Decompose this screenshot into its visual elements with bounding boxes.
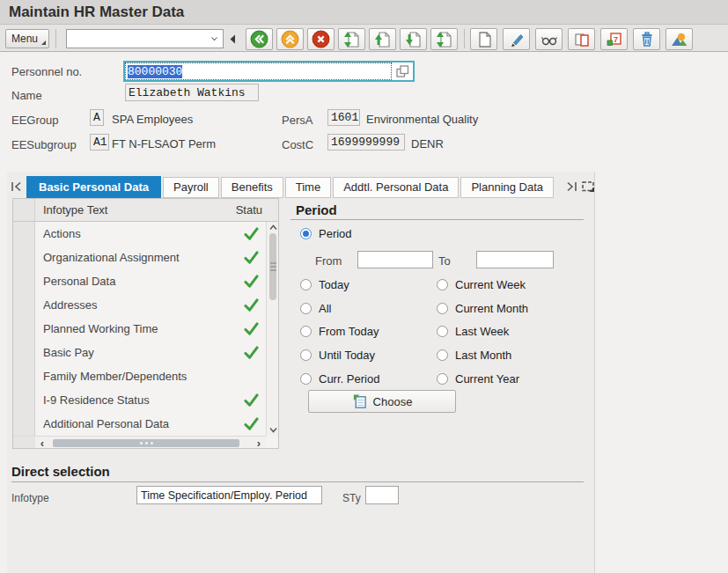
horizontal-scrollbar[interactable]: ‹ › (35, 436, 266, 448)
command-field[interactable] (66, 29, 224, 48)
next-page-button[interactable] (400, 28, 427, 50)
change-button[interactable] (503, 28, 530, 50)
radio-circle[interactable] (300, 303, 312, 314)
cancel-button[interactable] (307, 28, 335, 50)
copy-button[interactable] (568, 28, 595, 50)
table-row-additional-personal-data[interactable]: Additional Personal Data (13, 412, 266, 436)
create-button[interactable] (470, 28, 497, 50)
last-page-button[interactable] (430, 28, 458, 50)
overview-button[interactable] (665, 28, 693, 50)
eesubgroup-text: FT N-FLSAOT Perm (112, 137, 216, 151)
delimit-button[interactable]: 7 (600, 28, 628, 50)
back-button[interactable] (246, 28, 273, 50)
table-row-organizational-assignment[interactable]: Organizational Assignment (13, 246, 266, 269)
table-row-i9-residence-status[interactable]: I-9 Residence Status (13, 388, 266, 412)
infotype-input[interactable] (136, 486, 322, 504)
radio-period[interactable]: Period (300, 227, 352, 240)
radio-circle[interactable] (437, 349, 448, 361)
exit-button[interactable] (276, 28, 304, 50)
radio-current-year[interactable]: Current Year (437, 372, 519, 386)
period-section-title: Period (296, 202, 337, 217)
costc-label: CostC (282, 138, 313, 151)
overview-landscape-icon (671, 31, 688, 48)
display-button[interactable] (535, 28, 563, 50)
radio-circle[interactable] (300, 349, 312, 361)
scroll-left-arrow[interactable]: ‹ (35, 437, 49, 449)
row-label: I-9 Residence Status (43, 393, 150, 407)
personnel-no-field[interactable]: 80000030 (123, 61, 415, 82)
first-page-button[interactable] (338, 28, 365, 50)
status-check-icon (244, 346, 259, 359)
radio-circle[interactable] (300, 326, 312, 337)
collapse-toolbar-icon[interactable] (230, 34, 236, 44)
vertical-scrollbar-thumb[interactable] (269, 233, 276, 300)
radio-label: Today (319, 278, 349, 291)
scroll-first-tab-icon (10, 180, 23, 193)
radio-today[interactable]: Today (300, 278, 349, 291)
radio-circle[interactable] (300, 373, 312, 385)
choose-calendar-icon (352, 393, 367, 409)
table-row-basic-pay[interactable]: Basic Pay (13, 341, 266, 364)
scroll-right-arrow[interactable]: › (252, 437, 266, 449)
sty-input[interactable] (365, 486, 399, 504)
matchcode-icon[interactable] (392, 62, 413, 80)
display-glasses-icon (540, 31, 559, 48)
radio-all[interactable]: All (300, 302, 331, 315)
delete-trash-icon (638, 31, 656, 48)
infotype-table-header: Infotype Text Statu (13, 199, 278, 222)
horizontal-scrollbar-thumb[interactable] (53, 439, 239, 447)
copy-icon (573, 31, 591, 48)
radio-circle[interactable] (300, 279, 312, 290)
status-check-icon (244, 298, 259, 312)
menu-button[interactable]: Menu (5, 29, 49, 48)
tab-time[interactable]: Time (285, 177, 331, 198)
scroll-up-arrow[interactable] (267, 222, 279, 233)
radio-current-week[interactable]: Current Week (437, 278, 526, 291)
radio-circle-selected[interactable] (300, 228, 312, 239)
tab-scroll-right-button[interactable] (565, 180, 578, 195)
chevron-down-icon[interactable] (210, 35, 218, 42)
choose-button[interactable]: Choose (308, 390, 456, 413)
radio-from-today[interactable]: From Today (300, 325, 379, 338)
tab-benefits[interactable]: Benefits (221, 177, 283, 198)
tab-payroll[interactable]: Payroll (163, 177, 219, 198)
tab-overview-button[interactable] (581, 180, 595, 195)
radio-last-month[interactable]: Last Month (437, 349, 511, 362)
from-date-input[interactable] (357, 251, 433, 268)
scroll-down-arrow[interactable] (267, 424, 279, 436)
tab-planning-data[interactable]: Planning Data (460, 177, 554, 198)
previous-page-button[interactable] (369, 28, 396, 50)
table-row-planned-working-time[interactable]: Planned Working Time (13, 317, 266, 341)
radio-circle[interactable] (437, 373, 448, 385)
tab-addtl-personal-data[interactable]: Addtl. Personal Data (333, 177, 459, 198)
radio-circle[interactable] (437, 326, 448, 337)
table-row-addresses[interactable]: Addresses (13, 293, 266, 317)
radio-circle[interactable] (437, 279, 448, 290)
radio-until-today[interactable]: Until Today (300, 349, 375, 362)
eesubgroup-value: A1 (93, 136, 107, 149)
tab-scroll-left-button[interactable] (10, 180, 23, 195)
table-row-family-member-dependents[interactable]: Family Member/Dependents (13, 364, 266, 388)
radio-circle[interactable] (437, 303, 448, 314)
costc-field: 1699999999 (327, 134, 405, 151)
tab-label: Addtl. Personal Data (343, 180, 448, 194)
choose-button-label: Choose (373, 395, 413, 408)
command-input[interactable] (67, 33, 210, 45)
table-row-personal-data[interactable]: Personal Data (13, 269, 266, 293)
from-label: From (315, 254, 342, 268)
radio-label: Current Week (455, 278, 526, 291)
persa-label: PersA (282, 114, 313, 127)
direct-selection-title: Direct selection (11, 464, 110, 479)
to-date-input[interactable] (476, 251, 554, 268)
radio-label: Current Year (455, 372, 519, 386)
next-page-icon (405, 31, 423, 48)
radio-last-week[interactable]: Last Week (437, 325, 509, 338)
infotype-label: Infotype (11, 492, 49, 504)
radio-curr-period[interactable]: Curr. Period (300, 372, 379, 386)
vertical-scrollbar[interactable] (266, 222, 278, 436)
table-row-actions[interactable]: Actions (13, 222, 266, 246)
radio-current-month[interactable]: Current Month (437, 302, 528, 315)
delete-button[interactable] (633, 28, 660, 50)
tab-basic-personal-data[interactable]: Basic Personal Data (26, 176, 161, 198)
personnel-no-input[interactable]: 80000030 (125, 62, 392, 80)
